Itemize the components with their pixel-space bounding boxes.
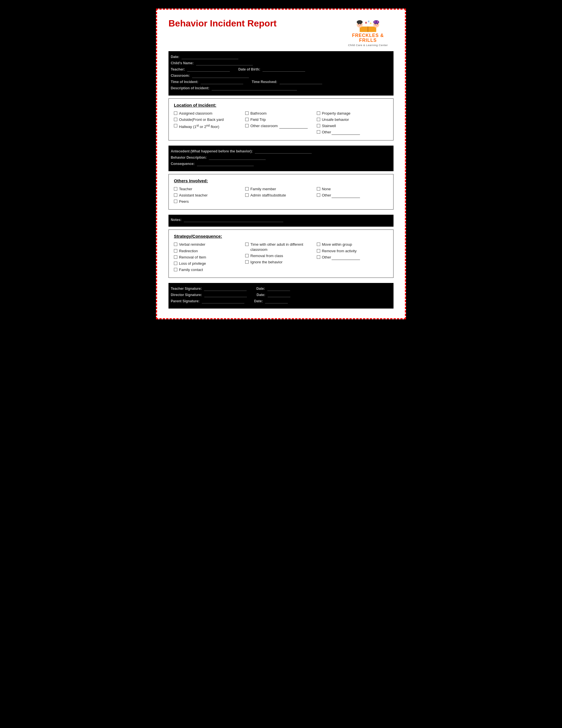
child-name-value[interactable] bbox=[196, 61, 253, 65]
checkbox[interactable] bbox=[317, 255, 320, 259]
antecedent-value[interactable] bbox=[255, 149, 312, 154]
description-value[interactable] bbox=[212, 86, 297, 90]
dob-value[interactable] bbox=[263, 67, 305, 72]
other-classroom-blank[interactable] bbox=[279, 123, 308, 129]
time-incident-value[interactable] bbox=[201, 80, 243, 84]
item-label: Loss of privilege bbox=[179, 261, 206, 266]
others-col-3: None Other bbox=[317, 187, 388, 205]
svg-text:A: A bbox=[370, 22, 371, 25]
other-blank[interactable] bbox=[331, 193, 360, 198]
list-item: Family member bbox=[245, 187, 314, 191]
list-item: Peers bbox=[174, 199, 243, 204]
checkbox[interactable] bbox=[317, 249, 320, 253]
teacher-sig-date-label: Date: bbox=[256, 287, 265, 291]
item-label: Family member bbox=[250, 187, 276, 191]
checkbox[interactable] bbox=[317, 187, 320, 191]
time-resolved-label: Time Resolved: bbox=[252, 80, 277, 84]
list-item: Other bbox=[317, 193, 385, 198]
item-label: Other bbox=[322, 255, 360, 260]
list-item: Time with other adult in different class… bbox=[245, 242, 314, 252]
checkbox[interactable] bbox=[174, 255, 177, 259]
checkbox[interactable] bbox=[317, 193, 320, 197]
checkbox[interactable] bbox=[174, 118, 177, 121]
time-resolved-value[interactable] bbox=[280, 80, 322, 84]
notes-value[interactable] bbox=[184, 218, 283, 222]
svg-point-6 bbox=[356, 20, 362, 24]
field-date: Date: bbox=[171, 55, 391, 59]
list-item: Other classroom bbox=[245, 123, 314, 129]
field-description: Description of Incident: bbox=[171, 86, 391, 90]
field-consequence: Consequence: bbox=[171, 162, 391, 166]
checkbox[interactable] bbox=[174, 243, 177, 246]
logo-area: B C A FRECKLES & FRILLS Child Care & Lea… bbox=[342, 18, 393, 47]
checkbox[interactable] bbox=[245, 111, 249, 115]
list-item: Property damage bbox=[317, 111, 385, 116]
checkbox[interactable] bbox=[245, 193, 249, 197]
checkbox[interactable] bbox=[317, 243, 320, 246]
item-label: Hallway (1st or 2nd floor) bbox=[179, 123, 219, 129]
location-col-2: Bathroom Field Trip Other classroom bbox=[245, 111, 316, 136]
checkbox[interactable] bbox=[174, 249, 177, 253]
field-antecedent: Antecedent (What happened before the beh… bbox=[171, 149, 391, 154]
middle-form-fields: Antecedent (What happened before the beh… bbox=[169, 146, 393, 171]
item-label: Ignore the behavior bbox=[250, 260, 282, 264]
list-item: Field Trip bbox=[245, 117, 314, 122]
field-notes: Notes: bbox=[171, 218, 391, 222]
checkbox[interactable] bbox=[317, 118, 320, 121]
list-item: Family contact bbox=[174, 267, 243, 272]
classroom-label: Classroom: bbox=[171, 74, 190, 78]
checkbox[interactable] bbox=[245, 254, 249, 257]
teacher-sig-date-value[interactable] bbox=[268, 286, 290, 291]
date-label: Date: bbox=[171, 55, 179, 59]
director-sig-value[interactable] bbox=[204, 293, 247, 297]
others-col-1: Teacher Assistant teacher Peers bbox=[174, 187, 245, 205]
other-blank[interactable] bbox=[331, 255, 360, 260]
checkbox[interactable] bbox=[317, 124, 320, 127]
description-label: Description of Incident: bbox=[171, 86, 210, 90]
other-blank[interactable] bbox=[331, 130, 360, 135]
checkbox[interactable] bbox=[174, 200, 177, 203]
item-label: Unsafe behavior bbox=[322, 117, 349, 122]
svg-point-11 bbox=[373, 20, 379, 24]
field-classroom: Classroom: bbox=[171, 73, 391, 78]
checkbox[interactable] bbox=[245, 124, 249, 127]
checkbox[interactable] bbox=[317, 130, 320, 134]
item-label: Teacher bbox=[179, 187, 192, 191]
field-teacher-dob: Teacher: Date of Birth: bbox=[171, 67, 391, 72]
teacher-sig-label: Teacher Signature: bbox=[171, 287, 202, 291]
signature-fields: Teacher Signature: Date: Director Signat… bbox=[169, 283, 393, 309]
checkbox[interactable] bbox=[317, 111, 320, 115]
checkbox[interactable] bbox=[245, 187, 249, 191]
item-label: Admin staff/substitute bbox=[250, 193, 286, 198]
teacher-value[interactable] bbox=[187, 67, 230, 72]
item-label: Assistant teacher bbox=[179, 193, 208, 198]
checkbox[interactable] bbox=[174, 262, 177, 265]
director-sig-date-value[interactable] bbox=[268, 293, 290, 297]
list-item: Other bbox=[317, 130, 385, 135]
consequence-value[interactable] bbox=[197, 162, 254, 166]
behavior-value[interactable] bbox=[209, 155, 266, 160]
checkbox[interactable] bbox=[174, 187, 177, 191]
checkbox[interactable] bbox=[174, 111, 177, 115]
consequence-label: Consequence: bbox=[171, 162, 195, 166]
checkbox[interactable] bbox=[245, 118, 249, 121]
list-item: Removal of Item bbox=[174, 255, 243, 260]
checkbox[interactable] bbox=[174, 193, 177, 197]
parent-sig-value[interactable] bbox=[202, 299, 244, 303]
parent-sig-date-value[interactable] bbox=[265, 299, 288, 303]
teacher-sig-value[interactable] bbox=[204, 286, 247, 291]
date-value[interactable] bbox=[182, 55, 239, 59]
logo-illustration: B C A bbox=[345, 18, 391, 33]
classroom-value[interactable] bbox=[192, 73, 249, 78]
top-form-fields: Date: Child's Name: Teacher: Date of Bir… bbox=[169, 51, 393, 96]
strategy-section: Strategy/Consequence: Verbal reminder Re… bbox=[169, 229, 393, 278]
strategy-col-2: Time with other adult in different class… bbox=[245, 242, 316, 273]
checkbox[interactable] bbox=[245, 260, 249, 264]
item-label: Other bbox=[322, 193, 360, 198]
item-label: Remove from activity bbox=[322, 249, 356, 253]
checkbox[interactable] bbox=[245, 243, 249, 246]
location-col-3: Property damage Unsafe behavior Stairwel… bbox=[317, 111, 388, 136]
report-container: Behavior Incident Report bbox=[156, 9, 406, 319]
checkbox[interactable] bbox=[174, 268, 177, 271]
checkbox[interactable] bbox=[174, 124, 177, 127]
